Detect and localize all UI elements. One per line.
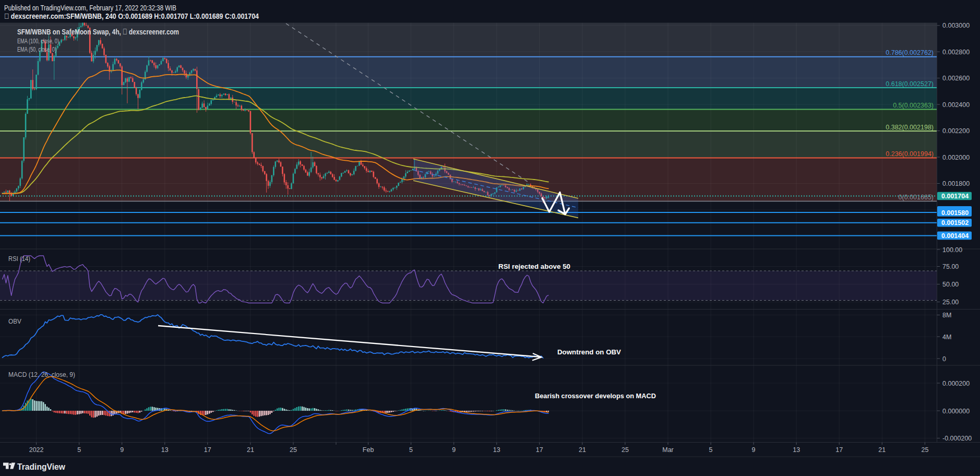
svg-text:0.236(0.001994): 0.236(0.001994): [886, 150, 934, 158]
svg-text:0.002600: 0.002600: [942, 75, 970, 82]
svg-text:9: 9: [120, 446, 124, 454]
svg-text:8M: 8M: [942, 312, 951, 319]
svg-text:21: 21: [579, 446, 586, 454]
svg-text:EMA (100, close, 0): EMA (100, close, 0): [17, 38, 59, 45]
svg-text:17: 17: [835, 446, 843, 454]
svg-text:5: 5: [77, 446, 81, 454]
svg-text:0.001404: 0.001404: [941, 232, 969, 240]
svg-text:Mar: Mar: [662, 446, 674, 454]
svg-text:5: 5: [409, 446, 413, 454]
svg-text:13: 13: [161, 446, 169, 454]
svg-text:50.00: 50.00: [942, 281, 959, 288]
svg-text:0: 0: [942, 355, 946, 363]
svg-text:0(0.001665): 0(0.001665): [899, 194, 934, 201]
svg-text:4M: 4M: [942, 334, 951, 341]
svg-text:-0.000200: -0.000200: [942, 435, 972, 442]
svg-text:0.001704: 0.001704: [941, 193, 969, 200]
svg-text:17: 17: [536, 446, 543, 454]
svg-text:0.5(0.002363): 0.5(0.002363): [893, 102, 934, 109]
svg-text:9: 9: [752, 446, 756, 454]
svg-text:13: 13: [793, 446, 800, 454]
svg-text:Downtrend on OBV: Downtrend on OBV: [557, 348, 621, 356]
svg-text: dexscreener.com:SFM/WBNB, 24:  dexscreener.com:SFM/WBNB, 240 O:0.0016…: [4, 12, 259, 20]
svg-text:75.00: 75.00: [942, 263, 959, 270]
svg-text:0.002400: 0.002400: [942, 101, 970, 109]
svg-text:RSI (14): RSI (14): [8, 255, 30, 263]
svg-text:17: 17: [204, 446, 211, 454]
svg-text:25: 25: [290, 446, 297, 454]
svg-text:Feb: Feb: [363, 446, 374, 454]
svg-text:RSI rejected above 50: RSI rejected above 50: [498, 263, 570, 270]
svg-text:100.00: 100.00: [942, 246, 962, 254]
svg-text:9: 9: [452, 446, 456, 454]
svg-text:21: 21: [878, 446, 886, 454]
svg-text:Published on TradingView.com,: Published on TradingView.com, February 1…: [4, 3, 176, 12]
svg-text:0.382(0.002198): 0.382(0.002198): [886, 124, 934, 131]
svg-text:21: 21: [247, 446, 254, 454]
svg-text:0.002000: 0.002000: [942, 154, 970, 161]
svg-text:2022: 2022: [29, 446, 44, 454]
svg-text:0.000000: 0.000000: [942, 408, 970, 415]
svg-text:0.002200: 0.002200: [942, 127, 970, 135]
svg-text:Bearish crossover develops on: Bearish crossover develops on MACD: [535, 392, 656, 400]
svg-text:0.001800: 0.001800: [942, 180, 970, 187]
svg-text:0.003000: 0.003000: [942, 22, 970, 29]
svg-text:25.00: 25.00: [942, 299, 959, 306]
svg-text:25: 25: [622, 446, 629, 454]
svg-text:0.000200: 0.000200: [942, 380, 970, 387]
svg-text:MACD (12, 26, close, 9): MACD (12, 26, close, 9): [8, 371, 75, 378]
svg-text:EMA (50, close, 0): EMA (50, close, 0): [17, 46, 56, 53]
svg-text:5: 5: [709, 446, 713, 454]
svg-text:0.001580: 0.001580: [941, 209, 969, 217]
svg-text:0.002800: 0.002800: [942, 49, 970, 56]
svg-text:13: 13: [493, 446, 500, 454]
svg-text:25: 25: [921, 446, 928, 454]
svg-text:0.618(0.002527): 0.618(0.002527): [886, 80, 934, 88]
svg-text:0.001502: 0.001502: [941, 219, 969, 227]
svg-text:SFM/WBNB on SafeMoon Swap, 4h,: SFM/WBNB on SafeMoon Swap, 4h,  dexscre…: [17, 27, 179, 36]
svg-text:OBV: OBV: [8, 318, 22, 325]
svg-text:TradingView: TradingView: [17, 462, 65, 471]
svg-text:0.786(0.002762): 0.786(0.002762): [886, 49, 934, 56]
